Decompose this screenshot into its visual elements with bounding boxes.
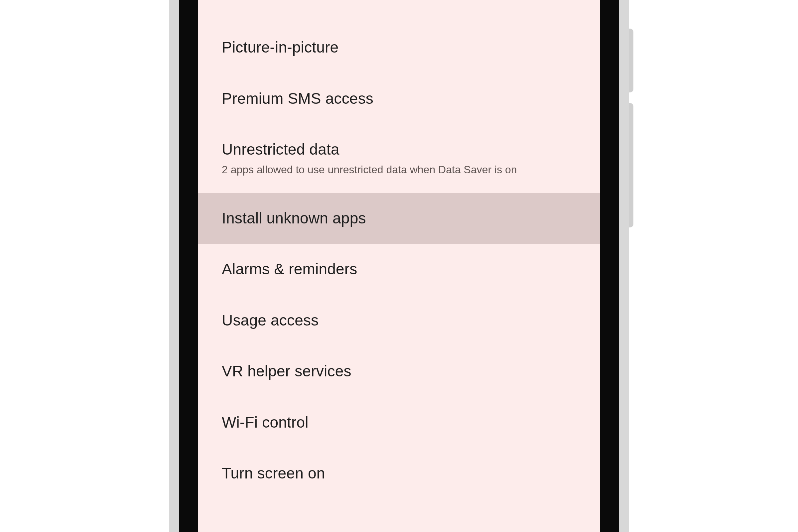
- settings-item-title: Unrestricted data: [222, 140, 576, 159]
- settings-item-title: Premium SMS access: [222, 89, 576, 108]
- phone-device-frame: Picture-in-picture Premium SMS access Un…: [169, 0, 629, 532]
- settings-item-title: Picture-in-picture: [222, 38, 576, 57]
- settings-item-install-unknown-apps[interactable]: Install unknown apps: [198, 193, 600, 244]
- volume-button: [629, 28, 633, 92]
- settings-item-vr-helper-services[interactable]: VR helper services: [198, 346, 600, 397]
- settings-item-alarms-reminders[interactable]: Alarms & reminders: [198, 244, 600, 295]
- settings-list: Picture-in-picture Premium SMS access Un…: [198, 22, 600, 499]
- settings-item-wifi-control[interactable]: Wi-Fi control: [198, 397, 600, 448]
- settings-item-usage-access[interactable]: Usage access: [198, 295, 600, 346]
- settings-item-turn-screen-on[interactable]: Turn screen on: [198, 448, 600, 499]
- settings-item-title: VR helper services: [222, 362, 576, 381]
- settings-item-title: Install unknown apps: [222, 209, 576, 228]
- settings-item-picture-in-picture[interactable]: Picture-in-picture: [198, 22, 600, 73]
- settings-screen: Picture-in-picture Premium SMS access Un…: [198, 0, 600, 532]
- settings-item-subtitle: 2 apps allowed to use unrestricted data …: [222, 163, 576, 177]
- settings-item-title: Alarms & reminders: [222, 260, 576, 279]
- settings-item-title: Usage access: [222, 311, 576, 330]
- settings-item-title: Wi-Fi control: [222, 413, 576, 432]
- settings-item-unrestricted-data[interactable]: Unrestricted data 2 apps allowed to use …: [198, 124, 600, 193]
- power-button: [629, 103, 633, 227]
- settings-item-premium-sms-access[interactable]: Premium SMS access: [198, 73, 600, 125]
- phone-bezel: Picture-in-picture Premium SMS access Un…: [179, 0, 619, 532]
- settings-item-title: Turn screen on: [222, 464, 576, 483]
